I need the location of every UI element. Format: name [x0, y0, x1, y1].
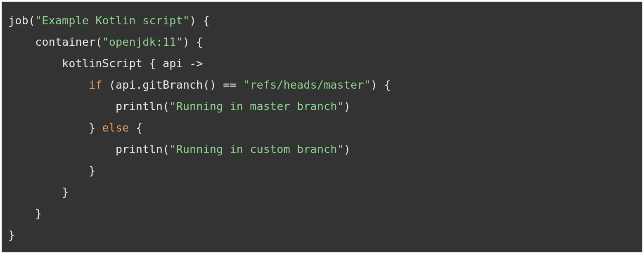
code-line-8: } — [8, 164, 95, 177]
code-line-6: } else { — [8, 121, 142, 134]
code-line-10: } — [8, 207, 42, 220]
code-line-7: println("Running in custom branch") — [8, 143, 350, 155]
code-line-2: container("openjdk:11") { — [8, 35, 203, 48]
code-line-5: println("Running in master branch") — [8, 100, 350, 113]
code-line-3: kotlinScript { api -> — [8, 57, 203, 70]
code-block: job("Example Kotlin script") { container… — [2, 2, 642, 252]
code-line-9: } — [8, 186, 69, 198]
code-line-4: if (api.gitBranch() == "refs/heads/maste… — [8, 78, 391, 91]
code-line-1: job("Example Kotlin script") { — [8, 14, 210, 27]
code-line-11: } — [8, 228, 15, 241]
